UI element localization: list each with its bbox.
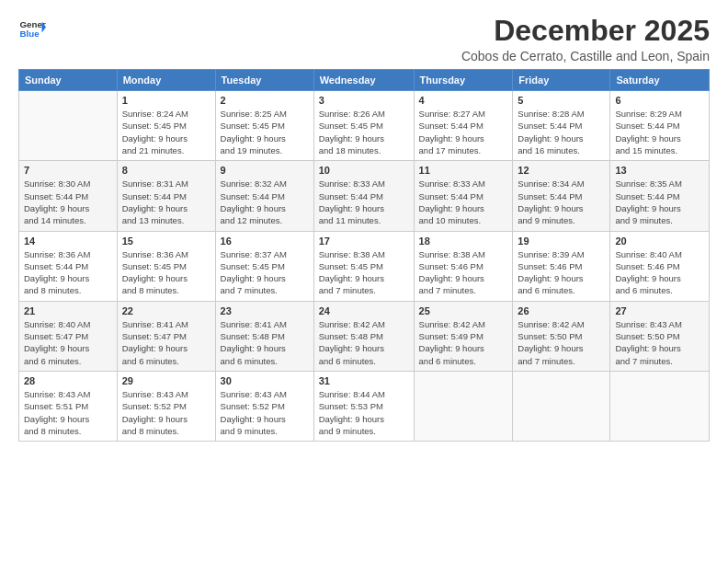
cell-day-number: 14: [24, 236, 112, 247]
cell-day-number: 28: [24, 375, 112, 386]
calendar-cell: 8Sunrise: 8:31 AMSunset: 5:44 PMDaylight…: [117, 161, 215, 231]
cell-day-number: 10: [319, 165, 409, 176]
calendar-cell: 31Sunrise: 8:44 AMSunset: 5:53 PMDayligh…: [313, 371, 414, 441]
cell-info: Sunrise: 8:38 AMSunset: 5:45 PMDaylight:…: [319, 248, 409, 297]
calendar-header-row: SundayMondayTuesdayWednesdayThursdayFrid…: [19, 70, 710, 91]
cell-day-number: 3: [319, 95, 409, 106]
cell-info: Sunrise: 8:41 AMSunset: 5:48 PMDaylight:…: [221, 318, 309, 367]
calendar-cell: 28Sunrise: 8:43 AMSunset: 5:51 PMDayligh…: [19, 371, 118, 441]
cell-day-number: 15: [122, 236, 210, 247]
calendar-cell: 27Sunrise: 8:43 AMSunset: 5:50 PMDayligh…: [610, 301, 710, 371]
calendar-cell: 15Sunrise: 8:36 AMSunset: 5:45 PMDayligh…: [117, 231, 215, 301]
cell-info: Sunrise: 8:29 AMSunset: 5:44 PMDaylight:…: [615, 108, 704, 156]
calendar-cell: 30Sunrise: 8:43 AMSunset: 5:52 PMDayligh…: [215, 371, 313, 441]
calendar-cell: 11Sunrise: 8:33 AMSunset: 5:44 PMDayligh…: [414, 161, 513, 231]
calendar-cell: 25Sunrise: 8:42 AMSunset: 5:49 PMDayligh…: [414, 301, 513, 371]
calendar-cell: 10Sunrise: 8:33 AMSunset: 5:44 PMDayligh…: [313, 161, 414, 231]
col-header-tuesday: Tuesday: [215, 70, 313, 91]
cell-info: Sunrise: 8:42 AMSunset: 5:48 PMDaylight:…: [319, 318, 409, 367]
cell-day-number: 29: [122, 375, 210, 386]
calendar-cell: 29Sunrise: 8:43 AMSunset: 5:52 PMDayligh…: [117, 371, 215, 441]
cell-day-number: 26: [518, 305, 605, 316]
cell-info: Sunrise: 8:40 AMSunset: 5:46 PMDaylight:…: [615, 248, 704, 297]
cell-day-number: 4: [419, 95, 508, 106]
cell-day-number: 9: [221, 165, 309, 176]
cell-info: Sunrise: 8:42 AMSunset: 5:49 PMDaylight:…: [419, 318, 508, 367]
cell-info: Sunrise: 8:43 AMSunset: 5:50 PMDaylight:…: [615, 318, 704, 367]
calendar-cell: 5Sunrise: 8:28 AMSunset: 5:44 PMDaylight…: [513, 91, 610, 161]
calendar-cell: 24Sunrise: 8:42 AMSunset: 5:48 PMDayligh…: [313, 301, 414, 371]
cell-info: Sunrise: 8:27 AMSunset: 5:44 PMDaylight:…: [419, 108, 508, 156]
cell-info: Sunrise: 8:43 AMSunset: 5:52 PMDaylight:…: [221, 388, 309, 437]
cell-info: Sunrise: 8:43 AMSunset: 5:51 PMDaylight:…: [24, 388, 112, 437]
main-title: December 2025: [461, 15, 710, 47]
calendar-cell: 23Sunrise: 8:41 AMSunset: 5:48 PMDayligh…: [215, 301, 313, 371]
cell-info: Sunrise: 8:31 AMSunset: 5:44 PMDaylight:…: [122, 178, 210, 226]
cell-day-number: 31: [319, 375, 409, 386]
calendar-cell: 14Sunrise: 8:36 AMSunset: 5:44 PMDayligh…: [19, 231, 118, 301]
cell-day-number: 13: [615, 165, 704, 176]
col-header-thursday: Thursday: [414, 70, 513, 91]
col-header-wednesday: Wednesday: [313, 70, 414, 91]
cell-day-number: 8: [122, 165, 210, 176]
calendar-cell: 17Sunrise: 8:38 AMSunset: 5:45 PMDayligh…: [313, 231, 414, 301]
cell-info: Sunrise: 8:34 AMSunset: 5:44 PMDaylight:…: [518, 178, 605, 226]
cell-info: Sunrise: 8:24 AMSunset: 5:45 PMDaylight:…: [122, 108, 210, 156]
cell-day-number: 1: [122, 95, 210, 106]
cell-day-number: 5: [518, 95, 605, 106]
cell-day-number: 18: [419, 236, 508, 247]
calendar-cell: [414, 371, 513, 441]
cell-day-number: 20: [615, 236, 704, 247]
calendar-cell: 13Sunrise: 8:35 AMSunset: 5:44 PMDayligh…: [610, 161, 710, 231]
cell-day-number: 6: [615, 95, 704, 106]
calendar-table: SundayMondayTuesdayWednesdayThursdayFrid…: [18, 69, 710, 442]
col-header-sunday: Sunday: [19, 70, 118, 91]
cell-info: Sunrise: 8:41 AMSunset: 5:47 PMDaylight:…: [122, 318, 210, 367]
title-block: December 2025 Cobos de Cerrato, Castille…: [461, 15, 710, 63]
cell-info: Sunrise: 8:35 AMSunset: 5:44 PMDaylight:…: [615, 178, 704, 226]
calendar-cell: 19Sunrise: 8:39 AMSunset: 5:46 PMDayligh…: [513, 231, 610, 301]
cell-day-number: 11: [419, 165, 508, 176]
calendar-cell: 16Sunrise: 8:37 AMSunset: 5:45 PMDayligh…: [215, 231, 313, 301]
cell-day-number: 23: [221, 305, 309, 316]
cell-day-number: 12: [518, 165, 605, 176]
week-row-4: 21Sunrise: 8:40 AMSunset: 5:47 PMDayligh…: [19, 301, 710, 371]
cell-info: Sunrise: 8:33 AMSunset: 5:44 PMDaylight:…: [319, 178, 409, 226]
calendar-cell: 6Sunrise: 8:29 AMSunset: 5:44 PMDaylight…: [610, 91, 710, 161]
header: General Blue December 2025 Cobos de Cerr…: [18, 15, 710, 63]
cell-info: Sunrise: 8:43 AMSunset: 5:52 PMDaylight:…: [122, 388, 210, 437]
cell-info: Sunrise: 8:39 AMSunset: 5:46 PMDaylight:…: [518, 248, 605, 297]
calendar-cell: 2Sunrise: 8:25 AMSunset: 5:45 PMDaylight…: [215, 91, 313, 161]
cell-info: Sunrise: 8:37 AMSunset: 5:45 PMDaylight:…: [221, 248, 309, 297]
cell-info: Sunrise: 8:40 AMSunset: 5:47 PMDaylight:…: [24, 318, 112, 367]
subtitle: Cobos de Cerrato, Castille and Leon, Spa…: [461, 49, 710, 63]
calendar-cell: 22Sunrise: 8:41 AMSunset: 5:47 PMDayligh…: [117, 301, 215, 371]
week-row-2: 7Sunrise: 8:30 AMSunset: 5:44 PMDaylight…: [19, 161, 710, 231]
calendar-cell: 4Sunrise: 8:27 AMSunset: 5:44 PMDaylight…: [414, 91, 513, 161]
cell-day-number: 27: [615, 305, 704, 316]
calendar-cell: 9Sunrise: 8:32 AMSunset: 5:44 PMDaylight…: [215, 161, 313, 231]
cell-day-number: 17: [319, 236, 409, 247]
cell-day-number: 16: [221, 236, 309, 247]
page: General Blue December 2025 Cobos de Cerr…: [0, 0, 728, 563]
cell-day-number: 22: [122, 305, 210, 316]
calendar-cell: 3Sunrise: 8:26 AMSunset: 5:45 PMDaylight…: [313, 91, 414, 161]
cell-info: Sunrise: 8:28 AMSunset: 5:44 PMDaylight:…: [518, 108, 605, 156]
logo-icon: General Blue: [18, 15, 46, 42]
calendar-cell: [513, 371, 610, 441]
cell-day-number: 24: [319, 305, 409, 316]
cell-info: Sunrise: 8:44 AMSunset: 5:53 PMDaylight:…: [319, 388, 409, 437]
week-row-1: 1Sunrise: 8:24 AMSunset: 5:45 PMDaylight…: [19, 91, 710, 161]
calendar-cell: 20Sunrise: 8:40 AMSunset: 5:46 PMDayligh…: [610, 231, 710, 301]
cell-info: Sunrise: 8:36 AMSunset: 5:44 PMDaylight:…: [24, 248, 112, 297]
logo: General Blue: [18, 15, 46, 42]
cell-info: Sunrise: 8:36 AMSunset: 5:45 PMDaylight:…: [122, 248, 210, 297]
calendar-cell: 18Sunrise: 8:38 AMSunset: 5:46 PMDayligh…: [414, 231, 513, 301]
calendar-cell: 7Sunrise: 8:30 AMSunset: 5:44 PMDaylight…: [19, 161, 118, 231]
col-header-monday: Monday: [117, 70, 215, 91]
cell-info: Sunrise: 8:30 AMSunset: 5:44 PMDaylight:…: [24, 178, 112, 226]
col-header-friday: Friday: [513, 70, 610, 91]
cell-day-number: 2: [221, 95, 309, 106]
cell-day-number: 21: [24, 305, 112, 316]
cell-info: Sunrise: 8:26 AMSunset: 5:45 PMDaylight:…: [319, 108, 409, 156]
